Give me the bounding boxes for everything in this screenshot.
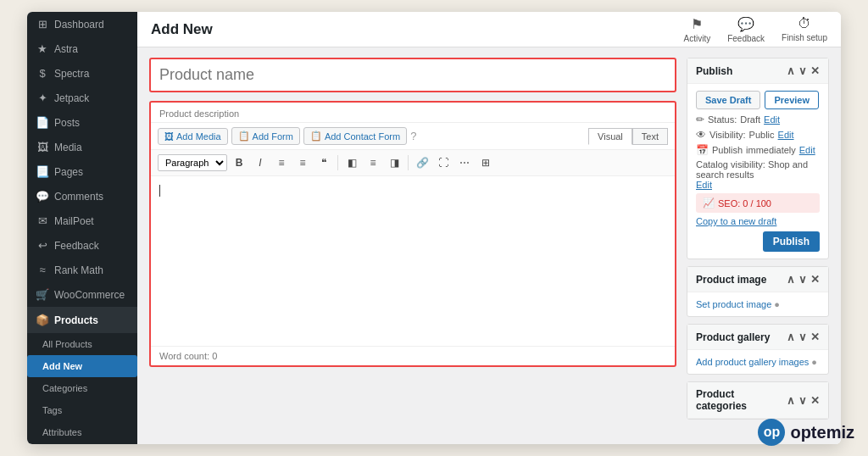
finish-setup-icon: ⏱ [798, 16, 811, 31]
sidebar-item-woocommerce[interactable]: 🛒 WooCommerce [27, 282, 137, 307]
sidebar-item-posts[interactable]: 📄 Posts [27, 110, 137, 135]
add-contact-form-icon: 📋 [310, 131, 322, 142]
product-categories-chevron-up[interactable]: ∧ [787, 394, 795, 407]
product-categories-header: Product categories ∧ ∨ ✕ [687, 382, 828, 419]
fullscreen-toggle[interactable]: ⛶ [434, 153, 453, 172]
product-categories-icons: ∧ ∨ ✕ [787, 394, 820, 407]
more-options-button[interactable]: ⋯ [455, 153, 474, 172]
save-draft-button[interactable]: Save Draft [696, 91, 760, 109]
product-gallery-chevron-up[interactable]: ∧ [787, 331, 795, 343]
status-icon: ✏ [696, 114, 704, 125]
visibility-edit-link[interactable]: Edit [778, 130, 794, 140]
editor-footer: Word count: 0 [151, 346, 675, 365]
publish-date-row: 📅 Publish immediately Edit [696, 144, 820, 156]
preview-button[interactable]: Preview [765, 91, 819, 109]
calendar-icon: 📅 [696, 144, 709, 156]
product-image-close[interactable]: ✕ [810, 273, 820, 286]
paragraph-select[interactable]: Paragraph [158, 154, 227, 171]
publish-panel-icons: ∧ ∨ ✕ [787, 64, 820, 77]
add-contact-form-button[interactable]: 📋 Add Contact Form [303, 127, 407, 145]
catalog-edit-link[interactable]: Edit [696, 180, 712, 190]
align-right-button[interactable]: ◨ [385, 153, 403, 172]
sidebar-item-comments[interactable]: 💬 Comments [27, 184, 137, 209]
editor-body[interactable] [151, 176, 675, 346]
text-tab[interactable]: Text [632, 128, 668, 145]
sidebar-item-tags[interactable]: Tags [27, 399, 137, 421]
sidebar-item-pages[interactable]: 📃 Pages [27, 159, 137, 184]
add-gallery-images-link[interactable]: Add product gallery images [696, 357, 809, 367]
sidebar: ⊞ Dashboard ★ Astra $ Spectra ✦ Jetpack … [27, 12, 137, 444]
sidebar-item-reviews[interactable]: Reviews [27, 443, 137, 444]
seo-box: 📈 SEO: 0 / 100 [696, 193, 820, 213]
align-center-button[interactable]: ≡ [364, 153, 382, 172]
sidebar-item-jetpack[interactable]: ✦ Jetpack [27, 86, 137, 110]
status-row: ✏ Status: Draft Edit [696, 114, 820, 125]
close-icon[interactable]: ✕ [810, 64, 820, 77]
sidebar-item-products[interactable]: 📦 Products [27, 307, 137, 333]
product-gallery-panel: Product gallery ∧ ∨ ✕ Add product galler… [687, 324, 829, 375]
comments-icon: 💬 [36, 190, 49, 203]
sidebar-item-feedback[interactable]: ↩ Feedback [27, 233, 137, 258]
publish-date-edit-link[interactable]: Edit [799, 145, 815, 155]
visual-text-tabs: Visual Text [588, 128, 668, 145]
align-left-button[interactable]: ◧ [342, 153, 361, 172]
sidebar-item-mailpoet[interactable]: ✉ MailPoet [27, 209, 137, 233]
visibility-icon: 👁 [696, 129, 706, 141]
sidebar-item-media[interactable]: 🖼 Media [27, 135, 137, 159]
chevron-up-icon[interactable]: ∧ [787, 64, 795, 77]
set-product-image-link[interactable]: Set product image [696, 299, 771, 309]
add-form-button[interactable]: 📋 Add Form [231, 127, 300, 145]
publish-button[interactable]: Publish [763, 231, 820, 252]
products-icon: 📦 [36, 314, 49, 326]
sidebar-item-categories[interactable]: Categories [27, 377, 137, 399]
finish-setup-action[interactable]: ⏱ Finish setup [782, 16, 827, 42]
product-categories-close[interactable]: ✕ [810, 394, 820, 407]
feedback-action[interactable]: 💬 Feedback [727, 16, 765, 43]
draft-preview-row: Save Draft Preview [696, 91, 820, 109]
product-image-chevron-down[interactable]: ∨ [798, 273, 807, 286]
format-divider-1 [337, 155, 338, 170]
chevron-down-icon[interactable]: ∨ [798, 64, 807, 77]
product-gallery-close[interactable]: ✕ [810, 331, 820, 343]
unordered-list-button[interactable]: ≡ [293, 153, 312, 172]
rankmath-icon: ≈ [36, 264, 49, 276]
jetpack-icon: ✦ [36, 92, 49, 104]
product-gallery-help: ● [811, 357, 817, 367]
sidebar-item-rank-math[interactable]: ≈ Rank Math [27, 258, 137, 282]
product-gallery-icons: ∧ ∨ ✕ [787, 331, 820, 343]
product-name-input[interactable] [149, 58, 676, 92]
sidebar-item-add-new[interactable]: Add New [27, 355, 137, 377]
page-title: Add New [151, 21, 213, 38]
help-icon[interactable]: ? [410, 130, 416, 142]
activity-action[interactable]: ⚑ Activity [683, 16, 710, 43]
bold-button[interactable]: B [230, 153, 248, 172]
sidebar-item-dashboard[interactable]: ⊞ Dashboard [27, 12, 137, 36]
product-gallery-chevron-down[interactable]: ∨ [798, 331, 807, 343]
copy-draft-link[interactable]: Copy to a new draft [696, 216, 820, 226]
sidebar-item-spectra[interactable]: $ Spectra [27, 61, 137, 86]
mailpoet-icon: ✉ [36, 214, 49, 227]
dashboard-icon: ⊞ [36, 18, 49, 31]
table-button[interactable]: ⊞ [476, 153, 495, 172]
italic-button[interactable]: I [251, 153, 270, 172]
blockquote-button[interactable]: ❝ [314, 153, 333, 172]
product-image-icons: ∧ ∨ ✕ [787, 273, 820, 286]
sidebar-item-astra[interactable]: ★ Astra [27, 36, 137, 61]
add-form-icon: 📋 [238, 131, 250, 142]
editor-toolbar-top: 🖼 Add Media 📋 Add Form 📋 Add Contact For… [151, 123, 675, 150]
status-edit-link[interactable]: Edit [764, 114, 780, 125]
sidebar-item-all-products[interactable]: All Products [27, 333, 137, 355]
seo-icon: 📈 [703, 197, 715, 209]
optemiz-logo: op optemiz [758, 419, 854, 446]
publish-panel-header: Publish ∧ ∨ ✕ [687, 58, 828, 84]
sidebar-item-attributes[interactable]: Attributes [27, 421, 137, 443]
link-button[interactable]: 🔗 [413, 153, 431, 172]
optemiz-icon: op [758, 419, 785, 446]
product-image-chevron-up[interactable]: ∧ [787, 273, 795, 286]
add-media-button[interactable]: 🖼 Add Media [158, 128, 228, 145]
ordered-list-button[interactable]: ≡ [272, 153, 291, 172]
media-icon: 🖼 [36, 141, 49, 153]
product-categories-chevron-down[interactable]: ∨ [798, 394, 807, 407]
posts-icon: 📄 [36, 116, 49, 129]
visual-tab[interactable]: Visual [588, 128, 632, 145]
